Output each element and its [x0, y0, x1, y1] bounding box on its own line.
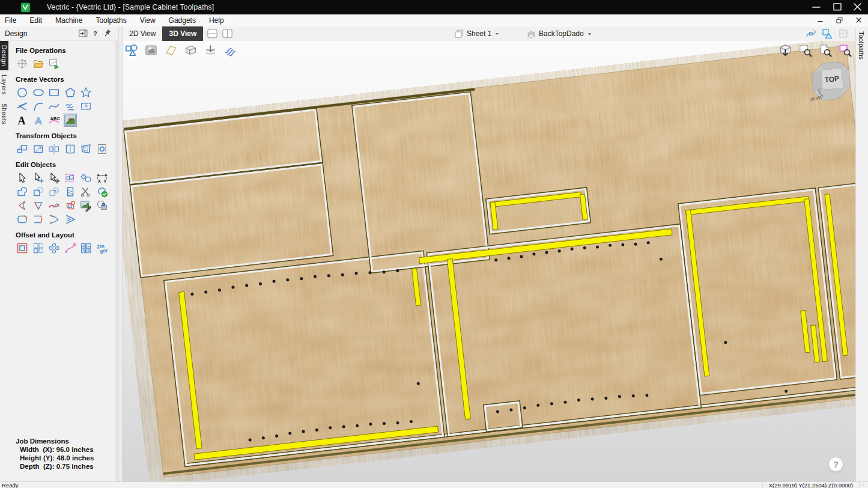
weld-vectors-icon[interactable] — [16, 185, 29, 198]
flat-plane-icon[interactable] — [164, 43, 178, 57]
draw-polyline-icon[interactable] — [16, 100, 29, 113]
join-close-vectors-icon[interactable] — [96, 185, 109, 198]
crop-bitmap-icon[interactable] — [96, 199, 109, 212]
chamfer-corners-icon[interactable] — [32, 199, 45, 212]
draw-polygon-icon[interactable] — [64, 86, 77, 99]
draw-arc-icon[interactable] — [32, 100, 45, 113]
caret-down-icon — [494, 31, 500, 37]
mdi-minimize-button[interactable] — [815, 16, 826, 25]
zinger-gadget-icon[interactable]: Zinger — [96, 242, 109, 255]
fillet-corners-icon[interactable] — [16, 199, 29, 212]
menu-help[interactable]: Help — [202, 14, 231, 26]
maximize-button[interactable] — [827, 0, 848, 14]
svg-text:?: ? — [93, 30, 97, 37]
draw-curve-icon[interactable] — [47, 100, 61, 113]
stretch-vectors-icon[interactable] — [47, 213, 61, 226]
draw-circle-icon[interactable] — [16, 86, 29, 99]
trace-bitmap-icon[interactable]: ? — [79, 100, 93, 113]
snap-to-grid-icon[interactable] — [837, 28, 849, 40]
panel-scrollbar[interactable] — [115, 41, 118, 481]
set-size-icon[interactable] — [32, 142, 45, 156]
toolpaths-tab[interactable]: Toolpaths — [858, 31, 865, 59]
toolpath-drawing-icon[interactable] — [223, 43, 237, 57]
intersect-vectors-icon[interactable] — [47, 185, 61, 198]
menu-machine[interactable]: Machine — [49, 14, 89, 26]
draw-text-icon[interactable]: A — [16, 114, 29, 127]
drilling-preview-icon[interactable] — [204, 43, 217, 57]
node-edit-icon[interactable] — [32, 171, 45, 185]
offset-selected-icon[interactable] — [64, 199, 77, 212]
view-cube[interactable]: TOP FRONT LEFT — [810, 61, 852, 103]
copy-along-vectors-icon[interactable] — [64, 242, 77, 255]
side-tab-design[interactable]: Design — [0, 41, 8, 70]
job-setup-icon[interactable] — [16, 57, 29, 70]
measure-objects-icon[interactable] — [79, 171, 93, 185]
mirror-objects-icon[interactable] — [47, 142, 61, 156]
menu-file[interactable]: File — [0, 14, 23, 26]
insert-picture-icon[interactable] — [64, 114, 77, 127]
mdi-restore-button[interactable] — [834, 16, 845, 25]
draw-text-box-icon[interactable]: A — [32, 114, 45, 127]
zoom-to-drawing-icon[interactable] — [818, 43, 832, 57]
panel-pin-icon[interactable] — [102, 28, 112, 38]
menu-view[interactable]: View — [133, 14, 162, 26]
panel-shift-icon[interactable] — [78, 28, 88, 38]
zoom-to-selection-icon[interactable] — [798, 43, 812, 57]
close-button[interactable] — [848, 0, 868, 14]
round-corners-icon[interactable] — [16, 213, 29, 226]
menu-edit[interactable]: Edit — [23, 14, 49, 26]
nest-parts-icon[interactable]: DCAB — [79, 242, 93, 255]
import-vectors-icon[interactable] — [47, 57, 61, 70]
draw-objects-2d-icon[interactable] — [124, 43, 138, 57]
side-tab-sheets[interactable]: Sheets — [0, 99, 8, 129]
draw-rectangle-icon[interactable] — [47, 86, 61, 99]
snap-to-geometry-icon[interactable] — [821, 28, 833, 40]
tab-3d-view[interactable]: 3D View — [162, 26, 203, 41]
edit-picture-icon[interactable] — [79, 199, 93, 212]
resize-grip-icon[interactable] — [859, 482, 866, 488]
toolpath-selector[interactable]: BackTopDado — [526, 26, 592, 41]
snap-to-curve-icon[interactable] — [805, 28, 817, 40]
material-block-icon[interactable] — [184, 43, 198, 57]
offset-tool-icon[interactable] — [16, 242, 29, 255]
draw-star-icon[interactable] — [79, 86, 93, 99]
draw-ellipse-icon[interactable] — [32, 86, 45, 99]
view-down-z-icon[interactable] — [778, 43, 792, 57]
open-file-icon[interactable] — [32, 57, 45, 70]
circular-copy-icon[interactable] — [47, 242, 61, 255]
move-objects-icon[interactable] — [16, 142, 29, 156]
fit-curves-icon[interactable] — [47, 199, 61, 212]
split-horizontal-button[interactable] — [207, 28, 218, 39]
split-vertical-button[interactable] — [222, 28, 233, 39]
extend-vectors-icon[interactable] — [32, 213, 45, 226]
menu-gadgets[interactable]: Gadgets — [162, 14, 202, 26]
dimension-xy-icon[interactable]: XY — [96, 171, 109, 185]
hatch-fill-icon[interactable] — [64, 185, 77, 198]
draw-text-on-curve-icon[interactable]: ABC — [47, 114, 61, 127]
edit-objects-icon[interactable] — [64, 171, 77, 185]
draw-texture-icon[interactable] — [64, 100, 77, 113]
sheet-selector[interactable]: Sheet 1 — [454, 26, 500, 41]
view-cube-top-label[interactable]: TOP — [824, 75, 840, 84]
chevron-vectors-icon[interactable] — [64, 213, 77, 226]
mdi-close-button[interactable] — [854, 16, 864, 25]
subtract-vectors-icon[interactable] — [32, 185, 45, 198]
rotate-objects-icon[interactable] — [64, 142, 77, 156]
align-objects-icon[interactable] — [96, 142, 109, 156]
shaded-relief-icon[interactable] — [144, 43, 158, 57]
3d-scene[interactable] — [123, 41, 855, 481]
panel-splitter[interactable] — [118, 26, 123, 481]
help-button[interactable]: ? — [828, 457, 843, 472]
minimize-button[interactable] — [807, 0, 827, 14]
zoom-box-icon[interactable] — [838, 43, 852, 57]
move-selection-icon[interactable] — [47, 171, 61, 185]
array-copy-icon[interactable] — [32, 242, 45, 255]
select-objects-icon[interactable] — [16, 171, 29, 185]
side-tab-layers[interactable]: Layers — [0, 70, 8, 99]
distort-object-icon[interactable] — [79, 142, 93, 156]
menu-toolpaths[interactable]: Toolpaths — [89, 14, 133, 26]
panel-help-icon[interactable]: ? — [90, 28, 100, 38]
trim-vectors-icon[interactable] — [79, 185, 93, 198]
viewport-3d[interactable]: TOP FRONT LEFT ? — [123, 41, 855, 481]
tab-2d-view[interactable]: 2D View — [123, 26, 162, 41]
